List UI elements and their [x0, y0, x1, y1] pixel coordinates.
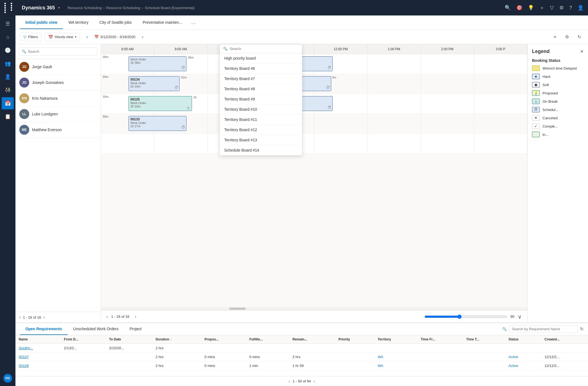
- avatar-img: KN: [22, 96, 26, 100]
- gantt-scrollbar[interactable]: [101, 307, 527, 310]
- row-time-from: [418, 344, 463, 353]
- resource-item[interactable]: LL Luke Lundgren: [15, 106, 101, 122]
- user-avatar[interactable]: RS: [3, 374, 12, 383]
- board-selector-dropdown[interactable]: 🔍 High priority board Territory Board #6…: [220, 44, 302, 155]
- bottom-page-next-icon[interactable]: ›: [314, 379, 315, 384]
- add-icon[interactable]: ＋: [539, 4, 544, 11]
- col-proposed: Propos...: [201, 335, 246, 344]
- legend-panel: Legend ✕ Booking Status Wrench time Dela…: [527, 44, 588, 322]
- filters-button[interactable]: ▽ Filters: [20, 33, 41, 41]
- sidebar-group-icon[interactable]: 👫: [2, 84, 14, 96]
- zoom-slider[interactable]: [424, 314, 507, 319]
- dropdown-item-territory-10[interactable]: Territory Board #10: [220, 104, 302, 115]
- expand-icon[interactable]: ∨: [518, 313, 522, 320]
- dropdown-item-territory-7[interactable]: Territory Board #7: [220, 74, 302, 84]
- resource-item[interactable]: ME Matthew Everson: [15, 122, 101, 138]
- row-territory: [374, 344, 417, 353]
- sidebar-calendar-icon[interactable]: 📅: [2, 97, 14, 109]
- sidebar-recent-icon[interactable]: 🕐: [2, 44, 14, 56]
- row-time-to: [463, 344, 505, 353]
- legend-label: Comple...: [542, 124, 558, 128]
- dropdown-item-territory-9[interactable]: Territory Board #9: [220, 94, 302, 104]
- target-icon[interactable]: 🎯: [516, 5, 522, 11]
- dropdown-item-high-priority[interactable]: High priority board: [220, 53, 302, 64]
- next-date-button[interactable]: ›: [139, 33, 146, 41]
- row-territory[interactable]: WA: [374, 353, 417, 361]
- resource-search-wrap[interactable]: 🔍: [19, 47, 97, 55]
- bottom-page-prev-icon[interactable]: ‹: [288, 379, 290, 384]
- resource-search-input[interactable]: [28, 49, 94, 54]
- search-icon[interactable]: 🔍: [505, 5, 511, 11]
- work-order-block[interactable]: Work Order 2h 38m ⏱: [129, 56, 186, 71]
- lightbulb-icon[interactable]: 💡: [528, 5, 534, 11]
- date-range-picker[interactable]: 📅 3/12/2020 - 3/18/2020: [94, 35, 135, 39]
- brand-chevron-icon[interactable]: ▾: [58, 6, 60, 10]
- wo-clock-icon: ⏱: [327, 65, 331, 70]
- sidebar-board-icon[interactable]: 📋: [2, 110, 14, 123]
- row-name[interactable]: Southri...: [15, 344, 61, 353]
- bottom-search-input[interactable]: [509, 325, 578, 333]
- filter-icon[interactable]: ▽: [550, 5, 554, 11]
- resource-item[interactable]: KN Kris Nakamura: [15, 91, 101, 106]
- hour-cell-3pm: 3:00 P: [474, 44, 527, 54]
- app-launcher-icon[interactable]: [4, 3, 16, 13]
- board-settings-icon[interactable]: ⚙: [563, 33, 571, 41]
- sidebar-home-icon[interactable]: ⌂: [2, 31, 14, 43]
- gantt-page-prev[interactable]: ‹: [106, 314, 108, 319]
- dropdown-item-territory-11[interactable]: Territory Board #11: [220, 115, 302, 125]
- gantt-cell: [154, 134, 207, 153]
- dropdown-item-territory-8[interactable]: Territory Board #8: [220, 84, 302, 94]
- tab-wa-territory[interactable]: WA territory: [63, 16, 94, 29]
- sidebar-contact-icon[interactable]: 👤: [2, 71, 14, 83]
- tab-unscheduled-work-orders[interactable]: Unscheduled Work Orders: [68, 323, 124, 335]
- sidebar-menu-icon[interactable]: ☰: [2, 18, 14, 30]
- resource-item[interactable]: JG Jorge Gault: [15, 59, 101, 75]
- work-order-block[interactable]: 00133 Work Order 2h 27m ⏱: [129, 116, 186, 131]
- row-status[interactable]: Active: [505, 361, 541, 370]
- resource-item[interactable]: JG Joseph Gonsalves: [15, 75, 101, 91]
- breadcrumb-module[interactable]: Resource Scheduling: [68, 6, 102, 10]
- page-prev-icon[interactable]: ‹: [19, 315, 21, 320]
- breadcrumb-resource[interactable]: Resource Scheduling: [106, 6, 140, 10]
- dropdown-item-territory-12[interactable]: Territory Board #12: [220, 125, 302, 135]
- legend-swatch: ⏱: [532, 107, 540, 112]
- page-next-icon[interactable]: ›: [43, 315, 45, 320]
- bottom-search-icon[interactable]: 🔍: [502, 327, 507, 331]
- row-status[interactable]: Active: [505, 353, 541, 361]
- gantt-cell: [421, 54, 474, 74]
- tab-initial-public-view[interactable]: Initial public view: [20, 16, 63, 29]
- tab-project[interactable]: Project: [124, 323, 147, 335]
- work-order-block[interactable]: 00125 Work Order 2h 16m 🍵: [129, 96, 192, 111]
- row-name[interactable]: 00107: [15, 353, 61, 361]
- gantt-page-next[interactable]: ›: [135, 314, 136, 319]
- table-refresh-icon[interactable]: ↻: [580, 326, 584, 332]
- user-icon[interactable]: 👤: [578, 5, 584, 11]
- settings-icon[interactable]: ⚙: [559, 5, 564, 11]
- tab-more-icon[interactable]: …: [188, 16, 199, 29]
- refresh-icon[interactable]: ↻: [575, 33, 584, 41]
- tab-city-seattle[interactable]: City of Seattle jobs: [94, 16, 137, 29]
- app-brand[interactable]: Dynamics 365: [22, 5, 55, 11]
- dropdown-item-territory-6[interactable]: Territory Board #6: [220, 64, 302, 74]
- dropdown-item-territory-13[interactable]: Territory Board #13: [220, 135, 302, 145]
- tab-preventative[interactable]: Preventative mainten...: [137, 16, 188, 29]
- help-icon[interactable]: ?: [569, 5, 572, 11]
- bottom-tab-bar: Open Requirements Unscheduled Work Order…: [15, 323, 588, 335]
- work-order-block[interactable]: 00134 Work Order 2h 16m ⏱: [129, 76, 180, 91]
- left-sidebar: ☰ ⌂ 🕐 👥 👤 👫 📅 📋 RS: [0, 15, 15, 386]
- gantt-scroll-thumb[interactable]: [229, 308, 246, 310]
- gantt-cell: [367, 114, 421, 133]
- col-remaining: Remain...: [289, 335, 335, 344]
- tab-open-requirements[interactable]: Open Requirements: [20, 323, 68, 335]
- row-name[interactable]: 00109: [15, 361, 61, 370]
- sidebar-people-icon[interactable]: 👥: [2, 57, 14, 70]
- sort-icon[interactable]: ↑: [170, 338, 172, 341]
- list-view-icon[interactable]: ≡: [550, 33, 559, 41]
- dropdown-search-input[interactable]: [230, 47, 299, 51]
- row-territory[interactable]: WA: [374, 361, 417, 370]
- view-selector-button[interactable]: 📅 Hourly view ▾: [45, 33, 80, 41]
- legend-close-icon[interactable]: ✕: [580, 49, 584, 54]
- dropdown-item-schedule-14[interactable]: Schedule Board #14: [220, 145, 302, 155]
- prev-date-button[interactable]: ‹: [83, 33, 91, 41]
- breadcrumb-board[interactable]: Schedule Board (Experimental): [145, 6, 195, 10]
